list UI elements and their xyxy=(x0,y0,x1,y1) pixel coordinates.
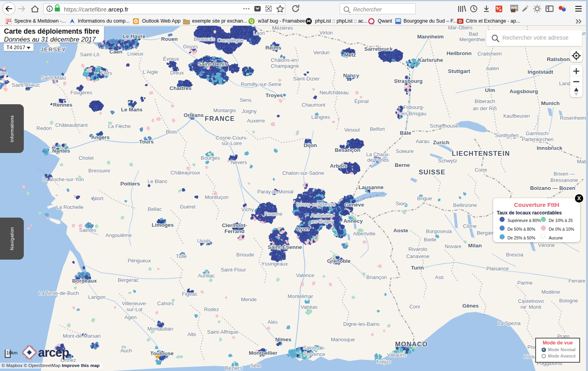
svg-text:Albi: Albi xyxy=(187,331,196,337)
svg-text:Rennes: Rennes xyxy=(53,102,73,108)
svg-text:Bad: Bad xyxy=(469,31,478,37)
svg-text:Langres: Langres xyxy=(311,114,330,120)
svg-text:MONACO: MONACO xyxy=(395,340,428,348)
svg-text:Zurich: Zurich xyxy=(433,140,449,145)
svg-text:Auch: Auch xyxy=(120,348,132,354)
svg-text:Romilly-sur-Seine: Romilly-sur-Seine xyxy=(241,81,282,87)
svg-text:Limoges: Limoges xyxy=(152,222,174,228)
svg-text:La Chaux-: La Chaux- xyxy=(366,151,390,157)
svg-text:Dreux: Dreux xyxy=(170,70,184,76)
svg-text:Arbois: Arbois xyxy=(330,163,347,169)
svg-text:Turin: Turin xyxy=(411,265,424,271)
svg-text:L'Aigle: L'Aigle xyxy=(143,69,158,75)
svg-text:Brigue: Brigue xyxy=(417,195,432,201)
svg-text:Nîmes: Nîmes xyxy=(275,337,292,342)
svg-text:Aurillac: Aurillac xyxy=(198,273,215,279)
svg-text:Sarrebruck: Sarrebruck xyxy=(364,46,393,52)
svg-text:Mont-de-Marsan: Mont-de-Marsan xyxy=(63,333,100,339)
svg-text:Évreux: Évreux xyxy=(163,56,179,62)
svg-text:Mende: Mende xyxy=(241,296,257,302)
svg-text:Montpellier: Montpellier xyxy=(249,350,278,356)
svg-text:LIECHTENSTEIN: LIECHTENSTEIN xyxy=(452,150,510,157)
svg-text:Poitiers: Poitiers xyxy=(120,181,140,187)
svg-text:nion: nion xyxy=(0,70,7,76)
svg-text:Garmisch-: Garmisch- xyxy=(526,130,550,136)
svg-text:Villeneuve-: Villeneuve- xyxy=(122,300,147,306)
svg-text:Rosenheim: Rosenheim xyxy=(560,115,586,121)
svg-text:Valréas: Valréas xyxy=(300,304,318,310)
svg-text:Guéret: Guéret xyxy=(180,204,196,210)
svg-text:Champagne: Champagne xyxy=(271,63,299,69)
svg-text:Karlsruhe: Karlsruhe xyxy=(418,57,443,63)
svg-text:Brixen —: Brixen — xyxy=(553,171,575,177)
svg-text:Saint-Étienne: Saint-Étienne xyxy=(268,244,302,250)
svg-text:Nantes: Nantes xyxy=(52,148,70,154)
svg-text:Le Havre: Le Havre xyxy=(123,33,146,39)
svg-text:Asti: Asti xyxy=(435,274,444,280)
svg-text:SUISSE: SUISSE xyxy=(419,168,446,176)
svg-text:Reims: Reims xyxy=(265,45,282,51)
svg-text:JERSEY: JERSEY xyxy=(40,46,66,53)
svg-text:Vallauris: Vallauris xyxy=(387,352,407,358)
svg-text:Bergerac: Bergerac xyxy=(118,277,139,283)
svg-text:Nancy: Nancy xyxy=(343,73,359,78)
svg-text:Nevers: Nevers xyxy=(231,159,247,165)
svg-text:Novare: Novare xyxy=(445,243,461,249)
svg-text:Provence: Provence xyxy=(304,351,325,357)
svg-text:de-Fonds: de-Fonds xyxy=(367,157,389,163)
svg-text:Idar-Obers: Idar-Obers xyxy=(448,26,473,31)
svg-text:Borgosesia: Borgosesia xyxy=(426,228,452,234)
svg-text:Blois: Blois xyxy=(166,129,177,135)
svg-text:La Spezia: La Spezia xyxy=(498,320,521,326)
svg-text:Lisieux: Lisieux xyxy=(127,51,144,57)
svg-text:Berne: Berne xyxy=(395,162,410,168)
svg-text:an der Riß: an der Riß xyxy=(473,105,497,111)
svg-text:Chalon-sur-Saône: Chalon-sur-Saône xyxy=(282,170,324,176)
svg-text:Aoste: Aoste xyxy=(393,228,408,233)
svg-text:Châteaubriant: Châteaubriant xyxy=(55,122,88,128)
svg-text:Innsbruck: Innsbruck xyxy=(537,145,563,151)
svg-text:Bellinzone: Bellinzone xyxy=(453,202,477,208)
svg-text:Rodez: Rodez xyxy=(204,306,219,312)
svg-text:Paray-le-Monial: Paray-le-Monial xyxy=(257,189,293,195)
svg-text:Vichy: Vichy xyxy=(241,207,254,212)
svg-text:Fréjus: Fréjus xyxy=(377,359,391,365)
svg-text:Strasbourg: Strasbourg xyxy=(394,78,423,84)
svg-text:Cosne-Cours-: Cosne-Cours- xyxy=(216,135,248,141)
svg-text:Sens: Sens xyxy=(240,97,252,103)
svg-text:Castelnovo: Castelnovo xyxy=(518,298,544,304)
svg-text:Genève: Genève xyxy=(345,202,364,208)
svg-text:Brescia: Brescia xyxy=(506,252,523,258)
svg-text:Kaufbeuren: Kaufbeuren xyxy=(503,113,530,119)
svg-text:Ferrare: Ferrare xyxy=(569,278,586,284)
svg-text:Munich: Munich xyxy=(541,100,559,106)
svg-text:Virton: Virton xyxy=(319,30,333,36)
svg-text:ne' Monti: ne' Monti xyxy=(521,304,541,310)
svg-text:Agen: Agen xyxy=(125,314,136,320)
svg-text:Schwytz: Schwytz xyxy=(438,158,457,164)
svg-text:Mergenthei: Mergenthei xyxy=(459,36,485,42)
svg-text:Neufchâteau: Neufchâteau xyxy=(319,90,349,96)
svg-text:Saint-Flour: Saint-Flour xyxy=(221,267,246,273)
svg-text:Vesoul: Vesoul xyxy=(344,127,359,133)
svg-text:Laon: Laon xyxy=(254,30,265,36)
svg-text:Q: Q xyxy=(250,19,254,23)
svg-text:Tulle: Tulle xyxy=(176,253,187,259)
svg-text:Crailsheim: Crailsheim xyxy=(477,51,502,57)
svg-text:Milan: Milan xyxy=(468,243,482,249)
svg-text:Coire: Coire xyxy=(475,167,487,173)
svg-text:Ingolstadt: Ingolstadt xyxy=(528,69,553,75)
svg-text:Lausanne: Lausanne xyxy=(358,184,384,190)
svg-text:FRANCE: FRANCE xyxy=(205,115,235,122)
svg-text:Joigny: Joigny xyxy=(242,108,257,114)
svg-text:Stuttgart: Stuttgart xyxy=(448,68,471,74)
svg-text:Orléans: Orléans xyxy=(184,112,204,118)
svg-text:Bologne: Bologne xyxy=(559,298,578,304)
svg-text:Chaumont: Chaumont xyxy=(302,102,325,108)
svg-text:Chartres: Chartres xyxy=(169,85,192,91)
svg-text:Caen: Caen xyxy=(109,49,122,55)
svg-text:en-Brisgau: en-Brisgau xyxy=(402,111,427,117)
svg-text:Angers: Angers xyxy=(91,134,110,140)
svg-text:Montluçon: Montluçon xyxy=(205,194,229,200)
svg-text:Bâle: Bâle xyxy=(400,130,411,136)
